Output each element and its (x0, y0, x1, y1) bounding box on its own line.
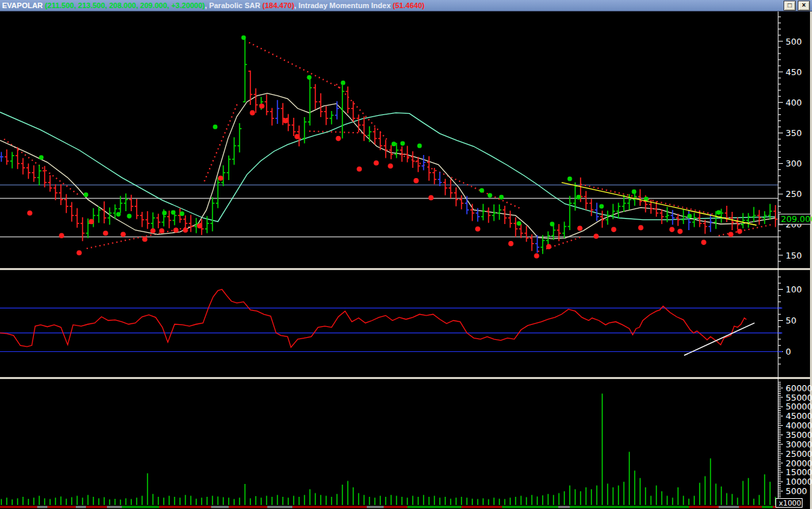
sell-signal-dot (677, 229, 683, 234)
updown-strip-segment (502, 506, 558, 508)
sell-signal-dot (142, 237, 148, 242)
updown-strip-segment (719, 506, 739, 508)
buy-signal-dot (717, 210, 721, 215)
updown-strip-segment (229, 506, 267, 508)
buy-signal-dot (517, 221, 522, 226)
svg-text:x1000: x1000 (779, 499, 801, 507)
close-button[interactable]: × (798, 1, 810, 11)
buy-signal-dot (162, 211, 167, 215)
updown-strip-segment (762, 506, 773, 508)
sell-signal-dot (728, 232, 734, 238)
buy-signal-dot (568, 177, 572, 181)
sell-signal-dot (120, 232, 126, 238)
updown-strip-segment (107, 506, 122, 508)
sell-signal-dot (183, 227, 188, 233)
sell-signal-dot (294, 134, 300, 139)
sell-signal-dot (336, 136, 341, 141)
axis-tick-label: 250 (786, 189, 802, 199)
buy-signal-dot (180, 211, 185, 216)
axis-tick-label: 30000 (786, 439, 812, 449)
sell-signal-dot (259, 104, 265, 109)
sell-signal-dot (27, 211, 32, 216)
imi-label: Intraday Momentum Index (298, 1, 392, 9)
parabolic-sar-label: Parabolic SAR (209, 1, 263, 9)
buy-signal-dot (127, 214, 132, 219)
sell-signal-dot (737, 229, 742, 234)
chart-window: EVAPOLAR (211.500, 213.500, 208.000, 209… (0, 0, 812, 509)
buy-signal-dot (341, 81, 346, 85)
buy-signal-dot (632, 190, 637, 194)
axis-tick-label: 450 (786, 67, 802, 77)
sell-signal-dot (388, 163, 393, 169)
sell-signal-dot (413, 178, 419, 183)
parabolic-sar-value: (184.470) (263, 1, 294, 9)
buy-signal-dot (480, 188, 484, 193)
axis-tick-label: 40000 (786, 420, 812, 430)
axis-tick-label: 0 (786, 347, 791, 357)
sell-signal-dot (611, 227, 616, 232)
axis-tick-label: 50 (786, 315, 796, 326)
sell-signal-dot (103, 231, 108, 236)
buy-signal-dot (171, 210, 176, 215)
updown-strip-segment (122, 506, 159, 508)
axis-tick-label: 55000 (786, 393, 812, 403)
sell-signal-dot (59, 233, 64, 238)
sell-signal-dot (577, 226, 583, 231)
sell-signal-dot (89, 219, 94, 225)
axis-tick-label: 45000 (786, 411, 812, 421)
updown-strip-segment (407, 506, 461, 508)
axis-tick-label: 25000 (786, 449, 812, 459)
title-bar[interactable]: EVAPOLAR (211.500, 213.500, 208.000, 209… (0, 0, 812, 12)
svg-text:209.000: 209.000 (781, 214, 812, 224)
updown-strip-segment (292, 506, 367, 508)
sell-signal-dot (374, 160, 379, 166)
axis-tick-label: 400 (786, 97, 802, 108)
sell-signal-dot (593, 234, 599, 239)
buy-signal-dot (242, 35, 246, 40)
symbol-name: EVAPOLAR (2, 1, 45, 9)
sell-signal-dot (250, 110, 255, 116)
updown-strip-segment (86, 506, 107, 508)
axis-tick-label: 150 (786, 250, 802, 261)
buy-signal-dot (213, 125, 218, 129)
axis-tick-label: 60000 (786, 383, 812, 393)
sell-signal-dot (669, 227, 675, 232)
buy-signal-dot (84, 192, 89, 197)
updown-strip-segment (367, 506, 384, 508)
buy-signal-dot (577, 195, 581, 200)
sell-signal-dot (701, 240, 706, 245)
updown-strip-segment (159, 506, 211, 508)
sell-signal-dot (283, 118, 288, 124)
buy-signal-dot (392, 141, 397, 146)
panel-separator[interactable] (0, 377, 812, 379)
maximize-button[interactable]: □ (784, 1, 796, 11)
panel-separator[interactable] (0, 268, 812, 270)
buy-signal-dot (499, 195, 504, 200)
updown-strip-segment (739, 506, 762, 508)
axis-tick-label: 100 (786, 284, 802, 294)
buy-signal-dot (401, 141, 405, 146)
sell-signal-dot (197, 223, 202, 229)
sell-signal-dot (76, 250, 82, 256)
sell-signal-dot (546, 244, 551, 250)
buy-signal-dot (116, 212, 121, 217)
chart-canvas[interactable]: 1502002503003504004505000501005000100001… (0, 0, 812, 509)
axis-tick-label: 5000 (786, 486, 807, 496)
updown-strip-segment (0, 506, 37, 508)
updown-strip-segment (211, 506, 229, 508)
sell-signal-dot (218, 175, 223, 181)
updown-strip-segment (558, 506, 570, 508)
volume-multiplier-label: x1000 (776, 499, 803, 508)
axis-tick-label: 50000 (786, 401, 812, 412)
buy-signal-dot (39, 155, 44, 160)
axis-tick-label: 15000 (786, 467, 812, 477)
buy-signal-dot (307, 75, 312, 80)
sell-signal-dot (534, 253, 539, 259)
axis-tick-label: 350 (786, 128, 802, 138)
chart-background (0, 12, 812, 509)
sell-signal-dot (173, 227, 179, 233)
sell-signal-dot (638, 225, 644, 231)
buy-signal-dot (488, 193, 493, 198)
ohlc-values: (211.500, 213.500, 208.000, 209.000, +3.… (45, 1, 204, 9)
updown-strip-segment (461, 506, 502, 508)
